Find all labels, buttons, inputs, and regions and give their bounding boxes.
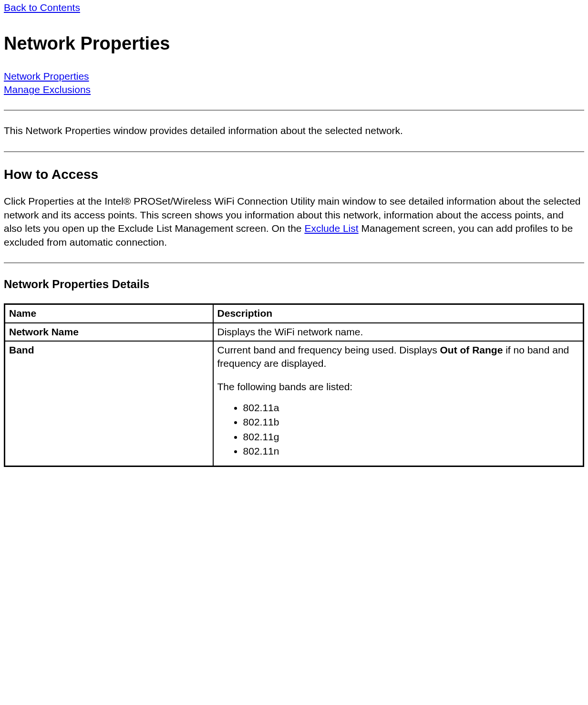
list-item: 802.11n bbox=[243, 445, 579, 458]
row-network-name-label: Network Name bbox=[5, 323, 213, 341]
exclude-list-link[interactable]: Exclude List bbox=[304, 223, 358, 234]
list-item: 802.11a bbox=[243, 401, 579, 415]
how-to-access-heading: How to Access bbox=[4, 166, 584, 184]
divider bbox=[4, 151, 584, 152]
divider bbox=[4, 110, 584, 111]
table-header-row: Name Description bbox=[5, 304, 584, 323]
nav-link-network-properties[interactable]: Network Properties bbox=[4, 70, 89, 83]
table-row: Band Current band and frequency being us… bbox=[5, 341, 584, 467]
row-band-label: Band bbox=[5, 341, 213, 467]
bands-list: 802.11a 802.11b 802.11g 802.11n bbox=[217, 401, 579, 458]
intro-text: This Network Properties window provides … bbox=[4, 124, 584, 137]
list-item: 802.11g bbox=[243, 430, 579, 444]
table-header-name: Name bbox=[5, 304, 213, 323]
table-header-description: Description bbox=[213, 304, 584, 323]
row-band-desc: Current band and frequency being used. D… bbox=[213, 341, 584, 467]
row-network-name-desc: Displays the WiFi network name. bbox=[213, 323, 584, 341]
details-heading: Network Properties Details bbox=[4, 277, 584, 292]
details-table: Name Description Network Name Displays t… bbox=[4, 303, 584, 467]
bands-intro: The following bands are listed: bbox=[217, 380, 579, 394]
table-row: Network Name Displays the WiFi network n… bbox=[5, 323, 584, 341]
divider bbox=[4, 262, 584, 263]
list-item: 802.11b bbox=[243, 415, 579, 429]
how-to-access-body: Click Properties at the Intel® PROSet/Wi… bbox=[4, 195, 584, 249]
page-title: Network Properties bbox=[4, 31, 584, 56]
back-to-contents-link[interactable]: Back to Contents bbox=[4, 1, 80, 14]
nav-link-manage-exclusions[interactable]: Manage Exclusions bbox=[4, 83, 91, 96]
band-desc-bold: Out of Range bbox=[440, 344, 503, 355]
band-desc-pre: Current band and frequency being used. D… bbox=[217, 344, 440, 355]
